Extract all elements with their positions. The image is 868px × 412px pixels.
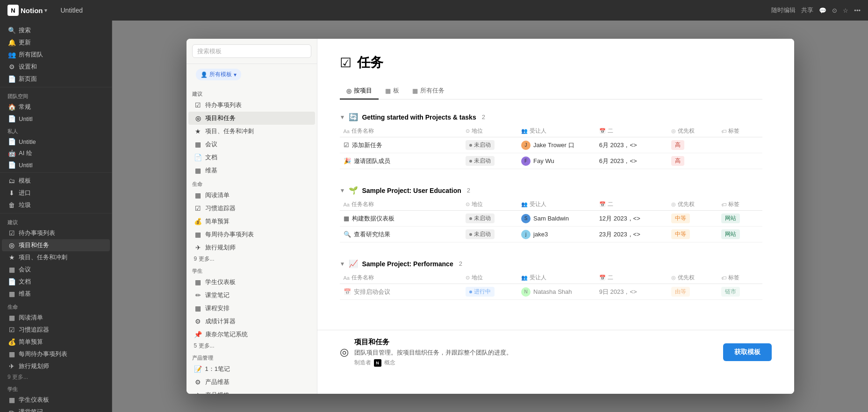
modal-item-todo[interactable]: ☑ 待办事项列表 <box>188 99 315 112</box>
modal-11notes[interactable]: 📝 1：1笔记 <box>188 362 315 376</box>
modal-weekly-todo[interactable]: ▦ 每周待办事项列表 <box>188 228 315 241</box>
modal-item-meetings[interactable]: ▦ 会议 <box>188 138 315 151</box>
modal-grade-label: 成绩计算器 <box>205 317 236 326</box>
edit-action[interactable]: 随时编辑 <box>771 6 796 14</box>
docs-label: 文档 <box>19 277 31 286</box>
modal-todo-icon: ☑ <box>194 101 202 109</box>
modal-item-wiki[interactable]: ▦ 维基 <box>188 164 315 177</box>
top-bar: N Notion ▾ Untitled 随时编辑 共享 💬 ⊙ ☆ ••• <box>0 0 868 21</box>
travel-label: 旅行规划师 <box>19 362 49 370</box>
more-icon[interactable]: ••• <box>854 7 861 14</box>
sidebar-item-projects-tasks[interactable]: ◎ 项目和任务 <box>2 239 110 251</box>
sidebar-item-sprints[interactable]: ★ 项目、任务和冲刺 <box>2 251 110 263</box>
table-row[interactable]: 🔍 查看研究结果 未启动 <box>340 227 762 242</box>
task-name-cell-3-1: 📅 安排启动会议 <box>340 284 462 300</box>
sidebar-item-import[interactable]: ⬇ 进口 <box>2 187 110 199</box>
all-templates-filter[interactable]: 👤 所有模板 ▾ <box>196 69 241 80</box>
bottom-template-icon: ◎ <box>340 346 349 358</box>
sidebar-item-personal-untitled3[interactable]: 📄 Untitl <box>2 159 110 170</box>
modal-travel-icon: ✈ <box>194 244 202 251</box>
info-icon[interactable]: ⊙ <box>832 7 837 14</box>
table-row[interactable]: 🎉 邀请团队成员 未启动 <box>340 153 762 169</box>
sidebar-item-personal-untitled1[interactable]: 📄 Untitle <box>2 136 110 147</box>
sidebar-item-search[interactable]: 🔍 搜索 <box>2 24 110 36</box>
modal-meetings-label: 会议 <box>205 140 217 149</box>
project-group-3-header: ▼ 📈 Sample Project: Performance 2 <box>340 257 762 272</box>
sidebar-item-allteams[interactable]: 👥 所有团队 <box>2 49 110 61</box>
personal-doc1-icon: 📄 <box>7 138 16 145</box>
modal-reading[interactable]: ▦ 阅读清单 <box>188 189 315 202</box>
modal-student-dash[interactable]: ▦ 学生仪表板 <box>188 276 315 289</box>
tab-board[interactable]: ▦ 板 <box>379 83 406 99</box>
wiki-icon: ▦ <box>7 290 16 298</box>
sidebar-item-wiki[interactable]: ▦ 维基 <box>2 288 110 300</box>
star-icon[interactable]: ☆ <box>843 7 848 14</box>
sidebar-item-class-notes[interactable]: ✏ 课堂笔记 <box>2 406 110 412</box>
task-name-1-1: 添加新任务 <box>352 141 382 149</box>
modal-item-docs[interactable]: 📄 文档 <box>188 151 315 164</box>
sidebar-item-templates[interactable]: 🗂 模板 <box>2 175 110 187</box>
collapse-icon-1[interactable]: ▼ <box>340 114 345 121</box>
modal-weekly-label: 每周待办事项列表 <box>205 230 254 239</box>
life-more[interactable]: 9 更多... <box>0 372 112 382</box>
sidebar-item-budget[interactable]: 💰 简单预算 <box>2 336 110 348</box>
sidebar-item-weekly-todo[interactable]: ▦ 每周待办事项列表 <box>2 348 110 360</box>
collapse-icon-2[interactable]: ▼ <box>340 187 345 194</box>
sidebar-item-untitled1[interactable]: 📄 Untitl <box>2 113 110 124</box>
modal-schedule-label: 课程安排 <box>205 304 230 313</box>
modal-item-sprints[interactable]: ★ 项目、任务和冲刺 <box>188 125 315 138</box>
student-section: 学生 <box>0 382 112 394</box>
modal-habits[interactable]: ☑ 习惯追踪器 <box>188 202 315 215</box>
get-template-button[interactable]: 获取模板 <box>723 343 772 361</box>
modal-class-notes-label: 课堂笔记 <box>205 291 230 299</box>
table-row[interactable]: ☑ 添加新任务 未启动 <box>340 137 762 153</box>
modal-budget-icon: 💰 <box>194 218 202 225</box>
sidebar: 🔍 搜索 🔔 更新 👥 所有团队 ⚙ 设置和 📄 新页面 团队空间 🏠 常规 📄… <box>0 21 112 412</box>
sidebar-item-ai[interactable]: 🤖 AI 绘 <box>2 147 110 159</box>
share-action[interactable]: 共享 <box>801 6 813 14</box>
sidebar-item-newpage[interactable]: 📄 新页面 <box>2 73 110 85</box>
collapse-icon-3[interactable]: ▼ <box>340 261 345 267</box>
sidebar-item-habits[interactable]: ☑ 习惯追踪器 <box>2 324 110 336</box>
sidebar-item-todo[interactable]: ☑ 待办事项列表 <box>2 227 110 239</box>
task-status-3-1: 进行中 <box>462 284 517 300</box>
sidebar-item-meetings[interactable]: ▦ 会议 <box>2 263 110 276</box>
sidebar-item-trash[interactable]: 🗑 垃圾 <box>2 199 110 211</box>
notion-logo[interactable]: N Notion ▾ <box>7 5 47 16</box>
group-2-icon: 🌱 <box>349 186 358 195</box>
modal-class-notes[interactable]: ✏ 课堂笔记 <box>188 289 315 302</box>
modal-product-wiki[interactable]: ⚙ 产品维基 <box>188 376 315 389</box>
sidebar-item-student-dashboard[interactable]: ▦ 学生仪表板 <box>2 394 110 406</box>
filter-label: 所有模板 <box>209 71 232 78</box>
modal-cornell[interactable]: 📌 康奈尔笔记系统 <box>188 328 315 341</box>
modal-travel[interactable]: ✈ 旅行规划师 <box>188 241 315 254</box>
sidebar-item-docs[interactable]: 📄 文档 <box>2 276 110 288</box>
modal-reading-label: 阅读清单 <box>205 191 230 199</box>
modal-budget[interactable]: 💰 简单预算 <box>188 215 315 228</box>
task-assignee-1-1: J Jake Trower 口 <box>517 137 595 153</box>
modal-grade-calc[interactable]: ⚙ 成绩计算器 <box>188 315 315 328</box>
sidebar-item-reading[interactable]: ▦ 阅读清单 <box>2 312 110 324</box>
modal-life-more[interactable]: 9 更多... <box>187 254 317 264</box>
modal-schedule[interactable]: ▦ 课程安排 <box>188 302 315 315</box>
preview-title: 任务 <box>357 54 383 71</box>
sidebar-item-general[interactable]: 🏠 常规 <box>2 101 110 113</box>
modal-search-input[interactable] <box>192 44 311 58</box>
app-name: Notion <box>21 7 43 14</box>
tab-all-tasks[interactable]: ▦ 所有任务 <box>406 83 451 99</box>
sidebar-item-update[interactable]: 🔔 更新 <box>2 36 110 49</box>
layout: 🔍 搜索 🔔 更新 👥 所有团队 ⚙ 设置和 📄 新页面 团队空间 🏠 常规 📄… <box>0 21 868 412</box>
modal-student-more[interactable]: 5 更多... <box>187 341 317 351</box>
table-row[interactable]: 📅 安排启动会议 进行中 <box>340 284 762 300</box>
meetings-label: 会议 <box>19 265 31 274</box>
sidebar-item-settings[interactable]: ⚙ 设置和 <box>2 61 110 73</box>
comment-icon[interactable]: 💬 <box>819 7 826 14</box>
sidebar-item-travel[interactable]: ✈ 旅行规划师 <box>2 360 110 372</box>
modal-item-projects-tasks[interactable]: ◎ 项目和任务 <box>188 112 315 125</box>
priority-badge-2-2: 中等 <box>671 229 690 239</box>
modal-product-spec[interactable]: ✈ 产品规格 <box>188 389 315 394</box>
table-row[interactable]: ▦ 构建数据仪表板 未启动 <box>340 211 762 227</box>
modal-sprints-label: 项目、任务和冲刺 <box>205 127 254 135</box>
tag-badge-3-1: 链市 <box>721 287 740 297</box>
tab-by-project[interactable]: ◎ 按项目 <box>340 83 379 99</box>
